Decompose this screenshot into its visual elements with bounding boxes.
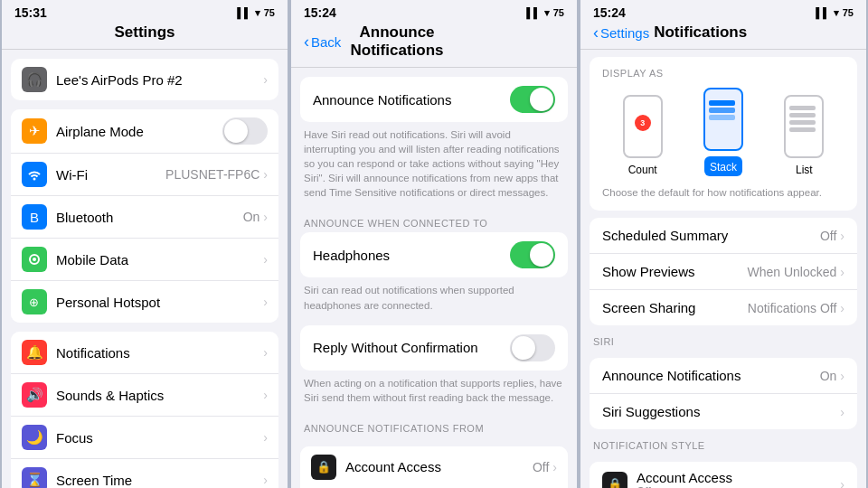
- sounds-item[interactable]: 🔊 Sounds & Haptics ›: [11, 374, 278, 417]
- announce-label: Announce Notifications: [313, 92, 510, 108]
- screensharing-chevron: ›: [840, 301, 844, 315]
- hotspot-item[interactable]: ⊕ Personal Hotspot ›: [11, 281, 278, 323]
- display-option-list[interactable]: List: [784, 95, 824, 176]
- mobiledata-item[interactable]: Mobile Data ›: [11, 239, 278, 281]
- announcenotifs-chevron: ›: [840, 369, 844, 383]
- from-header: ANNOUNCE NOTIFICATIONS FROM: [291, 410, 577, 437]
- accountaccess-value: Off: [533, 460, 549, 474]
- stack-label-wrapper: Stack: [704, 156, 742, 176]
- airpods-icon: 🎧: [22, 67, 47, 92]
- stack-label: Stack: [710, 161, 737, 174]
- connected-header: ANNOUNCE WHEN CONNECTED TO: [291, 205, 577, 232]
- back-chevron-icon: ‹: [593, 24, 599, 41]
- focus-item[interactable]: 🌙 Focus ›: [11, 417, 278, 459]
- list-mockup: [784, 95, 824, 158]
- back-label: Back: [311, 34, 341, 50]
- bluetooth-item[interactable]: B Bluetooth On ›: [11, 196, 278, 239]
- headphones-row: Headphones: [300, 232, 568, 277]
- battery-icon: 75: [843, 7, 854, 18]
- scheduledsummary-chevron: ›: [840, 229, 844, 243]
- notifstyle-header: NOTIFICATION STYLE: [580, 429, 866, 455]
- scheduledsummary-value: Off: [820, 229, 836, 243]
- airplane-item[interactable]: ✈ Airplane Mode: [11, 109, 278, 154]
- showpreviews-item[interactable]: Show Previews When Unlocked ›: [590, 254, 857, 290]
- mobiledata-chevron: ›: [263, 252, 268, 267]
- middle-back-button[interactable]: ‹ Back: [304, 33, 341, 50]
- stack-mockup: [703, 88, 743, 151]
- airpods-group: 🎧 Lee's AirPods Pro #2 ›: [11, 59, 278, 100]
- sounds-icon: 🔊: [22, 382, 47, 408]
- showpreviews-chevron: ›: [840, 265, 844, 279]
- middle-status-bar: 15:24 ▌▌ ▾ 75: [291, 0, 577, 23]
- left-status-icons: ▌▌ ▾ 75: [237, 7, 275, 19]
- app-accountaccess[interactable]: 🔒 Account Access Off ›: [300, 446, 568, 488]
- display-option-count[interactable]: 3 Count: [623, 95, 663, 176]
- headphones-section: Headphones: [300, 232, 568, 277]
- notifstyle-accountaccess-chevron: ›: [840, 477, 844, 488]
- screensharing-item[interactable]: Screen Sharing Notifications Off ›: [590, 290, 857, 325]
- left-time: 15:31: [14, 5, 47, 20]
- right-panel: 15:24 ▌▌ ▾ 75 ‹ Settings Notifications D…: [580, 0, 866, 488]
- display-as-desc: Choose the default for how notifications…: [602, 185, 844, 200]
- scheduledsummary-item[interactable]: Scheduled Summary Off ›: [590, 218, 857, 254]
- wifi-icon: ▾: [544, 7, 550, 19]
- announcenotifs-item[interactable]: Announce Notifications On ›: [590, 358, 857, 394]
- hotspot-icon: ⊕: [22, 289, 47, 314]
- notifications-group: 🔔 Notifications › 🔊 Sounds & Haptics › 🌙…: [11, 332, 278, 488]
- notifstyle-accountaccess[interactable]: 🔒 Account Access Off ›: [590, 462, 857, 488]
- accountaccess-icon: 🔒: [311, 455, 336, 480]
- airplane-icon: ✈: [22, 118, 47, 144]
- right-back-label: Settings: [600, 25, 649, 41]
- count-mockup: 3: [623, 95, 663, 158]
- notifications-label: Notifications: [56, 345, 263, 361]
- airplane-label: Airplane Mode: [56, 124, 222, 139]
- left-status-bar: 15:31 ▌▌ ▾ 75: [2, 0, 288, 23]
- bluetooth-label: Bluetooth: [56, 210, 243, 225]
- showpreviews-value: When Unlocked: [748, 265, 837, 279]
- right-status-bar: 15:24 ▌▌ ▾ 75: [580, 0, 866, 23]
- wifi-item[interactable]: Wi-Fi PLUSNET-FP6C ›: [11, 154, 278, 196]
- bluetooth-value: On: [243, 210, 260, 224]
- display-option-stack[interactable]: Stack: [703, 88, 743, 176]
- airpods-item[interactable]: 🎧 Lee's AirPods Pro #2 ›: [11, 59, 278, 100]
- sounds-label: Sounds & Haptics: [56, 388, 263, 403]
- wifi-value: PLUSNET-FP6C: [165, 167, 259, 182]
- notifications-item[interactable]: 🔔 Notifications ›: [11, 332, 278, 374]
- signal-icon: ▌▌: [526, 7, 541, 18]
- sirisuggestions-item[interactable]: Siri Suggestions ›: [590, 394, 857, 429]
- airplane-toggle[interactable]: [222, 117, 268, 145]
- wifi-icon: [22, 162, 47, 187]
- screentime-item[interactable]: ⌛ Screen Time ›: [11, 459, 278, 488]
- display-as-section: DISPLAY AS 3 Count: [590, 57, 857, 211]
- display-as-title: DISPLAY AS: [602, 68, 844, 79]
- showpreviews-label: Show Previews: [602, 264, 748, 279]
- right-content: DISPLAY AS 3 Count: [580, 50, 866, 488]
- wifi-icon: ▾: [834, 7, 839, 19]
- middle-time: 15:24: [304, 5, 336, 20]
- announce-toggle[interactable]: [510, 86, 555, 113]
- screentime-chevron: ›: [263, 473, 268, 487]
- siri-header: SIRI: [580, 325, 866, 351]
- middle-panel: 15:24 ▌▌ ▾ 75 ‹ Back Announce Notificati…: [291, 0, 577, 488]
- right-status-icons: ▌▌ ▾ 75: [816, 7, 854, 19]
- apps-group: 🔒 Account Access Off › A Adobe Express O…: [300, 446, 568, 488]
- hotspot-chevron: ›: [263, 295, 268, 309]
- svg-point-1: [33, 258, 36, 261]
- right-back-button[interactable]: ‹ Settings: [593, 24, 649, 41]
- announcenotifs-value: On: [820, 369, 837, 383]
- screentime-icon: ⌛: [22, 467, 47, 488]
- right-nav-bar: ‹ Settings Notifications: [580, 23, 866, 50]
- airpods-label: Lee's AirPods Pro #2: [56, 72, 263, 88]
- signal-icon: ▌▌: [237, 7, 251, 18]
- battery-icon: 75: [264, 7, 275, 18]
- reply-toggle[interactable]: [510, 334, 555, 361]
- battery-icon: 75: [553, 7, 564, 18]
- reply-section: Reply Without Confirmation: [300, 325, 568, 371]
- announce-desc: Have Siri read out notifications. Siri w…: [300, 122, 568, 205]
- display-as-options: 3 Count Stack: [602, 88, 844, 176]
- focus-label: Focus: [56, 430, 263, 446]
- headphones-toggle[interactable]: [510, 241, 555, 268]
- wifi-icon: ▾: [255, 7, 260, 19]
- right-time: 15:24: [593, 5, 626, 20]
- left-settings-content: 🎧 Lee's AirPods Pro #2 › ✈ Airplane Mode…: [2, 50, 288, 488]
